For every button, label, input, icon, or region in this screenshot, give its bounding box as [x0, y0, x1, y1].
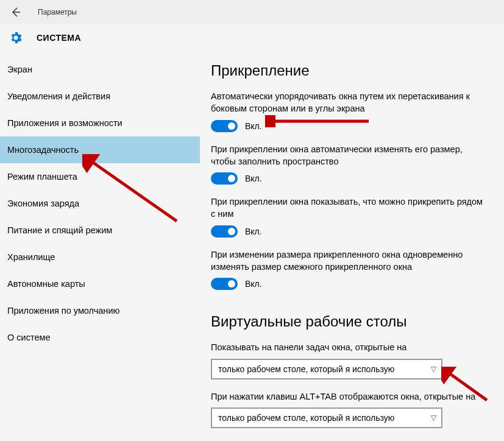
sidebar-item-power-sleep[interactable]: Питание и спящий режим [0, 217, 200, 244]
snap-setting-1: Автоматически упорядочивать окна путем и… [211, 90, 486, 132]
sidebar-item-storage[interactable]: Хранилище [0, 244, 200, 270]
alttab-scope-select[interactable]: только рабочем столе, который я использу… [211, 407, 442, 428]
sidebar: Экран Уведомления и действия Приложения … [0, 56, 200, 441]
sidebar-item-display[interactable]: Экран [0, 56, 200, 83]
taskbar-scope-select[interactable]: только рабочем столе, который я использу… [211, 359, 442, 379]
toggle-state-label: Вкл. [245, 227, 262, 236]
sidebar-item-notifications[interactable]: Уведомления и действия [0, 83, 200, 110]
snap-setting-4: При изменении размера прикрепленного окн… [211, 249, 486, 291]
setting-desc: При прикреплении окна показывать, что мо… [211, 196, 486, 220]
select-value: только рабочем столе, который я использу… [218, 364, 394, 374]
toggle-snap-assist[interactable] [211, 225, 238, 238]
snap-setting-3: При прикреплении окна показывать, что мо… [211, 196, 486, 238]
main-panel: Прикрепление Автоматически упорядочивать… [200, 56, 504, 441]
category-header: СИСТЕМА [0, 24, 504, 56]
select-value: только рабочем столе, который я использу… [218, 413, 394, 423]
sidebar-item-battery-saver[interactable]: Экономия заряда [0, 190, 200, 217]
toggle-state-label: Вкл. [245, 279, 262, 289]
toggle-snap-fill[interactable] [211, 172, 238, 185]
sidebar-item-multitasking[interactable]: Многозадачность [0, 136, 200, 163]
sidebar-item-about[interactable]: О системе [0, 324, 200, 351]
vdesktops-alttab: При нажатии клавиш ALT+TAB отображаются … [211, 390, 486, 428]
category-title: СИСТЕМА [37, 33, 81, 43]
toggle-state-label: Вкл. [245, 121, 262, 131]
toggle-snap-arrange[interactable] [211, 120, 238, 132]
vdesktops-heading: Виртуальные рабочие столы [211, 313, 486, 330]
toggle-snap-resize-adjacent[interactable] [211, 278, 238, 290]
sidebar-item-default-apps[interactable]: Приложения по умолчанию [0, 297, 200, 324]
sidebar-item-tablet-mode[interactable]: Режим планшета [0, 163, 200, 190]
chevron-down-icon: ▽ [431, 414, 436, 422]
setting-desc: При изменении размера прикрепленного окн… [211, 249, 486, 273]
vdesktops-taskbar: Показывать на панели задач окна, открыты… [211, 341, 486, 379]
setting-desc: При прикреплении окна автоматически изме… [211, 143, 486, 168]
setting-desc: Автоматически упорядочивать окна путем и… [211, 90, 486, 115]
back-arrow-icon [10, 6, 22, 18]
back-button[interactable] [9, 5, 23, 19]
setting-desc: При нажатии клавиш ALT+TAB отображаются … [211, 390, 486, 403]
setting-desc: Показывать на панели задач окна, открыты… [211, 341, 486, 353]
gear-icon [9, 30, 23, 45]
window-title: Параметры [38, 8, 77, 16]
chevron-down-icon: ▽ [431, 365, 436, 373]
sidebar-item-apps-features[interactable]: Приложения и возможности [0, 110, 200, 136]
toggle-state-label: Вкл. [245, 174, 262, 183]
title-bar: Параметры [0, 0, 504, 24]
sidebar-item-offline-maps[interactable]: Автономные карты [0, 270, 200, 297]
snap-heading: Прикрепление [211, 62, 486, 79]
snap-setting-2: При прикреплении окна автоматически изме… [211, 143, 486, 185]
